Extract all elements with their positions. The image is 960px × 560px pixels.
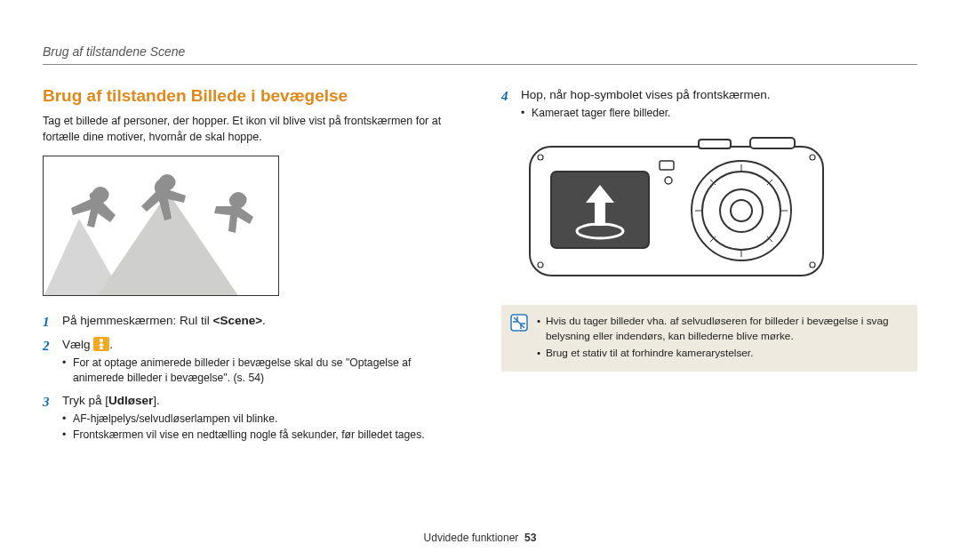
step-number: 2 (43, 336, 50, 356)
step-3-bullets: AF-hjælpelys/selvudløserlampen vil blink… (62, 412, 459, 443)
jumping-illustration (43, 156, 279, 296)
note-box: Hvis du tager billeder vha. af selvudløs… (501, 305, 917, 372)
footer-page-number: 53 (524, 532, 536, 544)
list-item: Hvis du tager billeder vha. af selvudløs… (537, 314, 905, 344)
step-number: 1 (43, 312, 50, 332)
list-item: For at optage animerede billeder i bevæg… (62, 356, 459, 387)
note-list: Hvis du tager billeder vha. af selvudløs… (537, 314, 905, 363)
list-item: Kameraet tager flere billeder. (521, 106, 917, 122)
step-2-text: Vælg (62, 338, 93, 351)
step-4-bullets: Kameraet tager flere billeder. (521, 106, 917, 122)
page-root: Brug af tilstandene Scene Brug af tilsta… (0, 0, 960, 560)
step-number: 4 (501, 86, 508, 107)
step-3-text-pre: Tryk på [ (62, 394, 108, 407)
page-footer: Udvidede funktioner 53 (0, 532, 960, 544)
svg-rect-3 (750, 138, 795, 148)
footer-section: Udvidede funktioner (424, 532, 519, 544)
camera-illustration (521, 127, 832, 291)
jumping-illustration-svg (44, 156, 279, 296)
list-item: AF-hjælpelys/selvudløserlampen vil blink… (62, 412, 459, 428)
intro-paragraph: Tag et billede af personer, der hopper. … (43, 113, 459, 145)
jump-mode-icon (93, 337, 109, 351)
svg-point-1 (100, 339, 103, 342)
svg-rect-19 (660, 161, 674, 170)
list-item: Frontskærmen vil vise en nedtælling nogl… (62, 428, 459, 444)
running-head: Brug af tilstandene Scene (43, 44, 917, 59)
note-icon (510, 314, 528, 363)
list-item: Brug et stativ til at forhindre kamerary… (537, 346, 905, 361)
step-2: 2 Vælg . For at optage animerede billede… (43, 336, 459, 388)
step-3: 3 Tryk på [Udløser]. AF-hjælpelys/selvud… (43, 392, 459, 444)
step-1-text-pre: På hjemmeskærmen: Rul til (62, 314, 213, 327)
step-1-scene: <Scene> (213, 314, 263, 327)
left-column: Brug af tilstanden Billede i bevægelse T… (43, 86, 459, 449)
svg-point-20 (665, 177, 672, 184)
step-2-dot: . (109, 338, 113, 351)
step-1-text-post: . (262, 314, 266, 327)
steps-right: 4 Hop, når hop-symbolet vises på frontsk… (501, 86, 917, 122)
step-1: 1 På hjemmeskærmen: Rul til <Scene>. (43, 312, 459, 330)
step-3-text-post: ]. (153, 394, 160, 407)
step-4: 4 Hop, når hop-symbolet vises på frontsk… (501, 86, 917, 122)
camera-svg (521, 127, 832, 287)
step-number: 3 (43, 392, 50, 412)
header-divider (43, 64, 917, 65)
svg-point-10 (731, 200, 752, 221)
section-title: Brug af tilstanden Billede i bevægelse (43, 86, 459, 106)
steps-left: 1 På hjemmeskærmen: Rul til <Scene>. 2 V… (43, 312, 459, 444)
step-4-text: Hop, når hop-symbolet vises på frontskær… (521, 88, 771, 101)
right-column: 4 Hop, når hop-symbolet vises på frontsk… (501, 86, 917, 449)
step-2-bullets: For at optage animerede billeder i bevæg… (62, 356, 459, 387)
svg-rect-4 (699, 140, 731, 148)
step-3-udloser: Udløser (108, 394, 153, 407)
content-columns: Brug af tilstanden Billede i bevægelse T… (43, 86, 917, 449)
